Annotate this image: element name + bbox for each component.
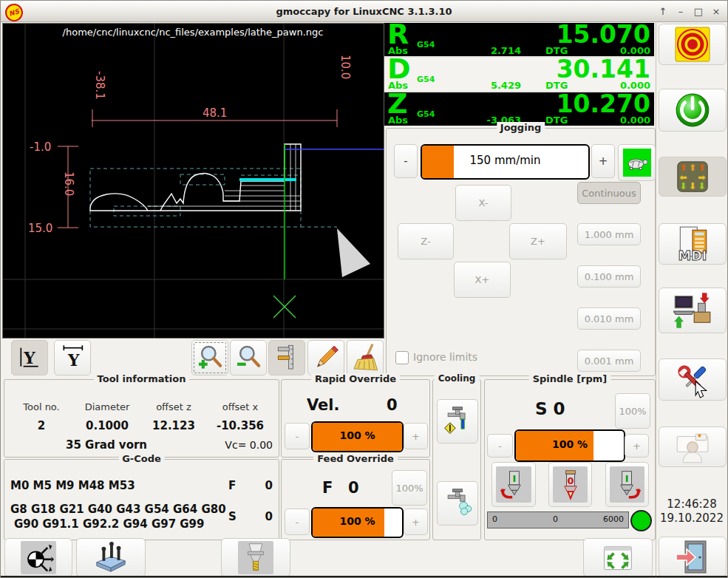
auto-mode-button[interactable] (659, 288, 727, 333)
block-height-button[interactable] (76, 538, 146, 577)
dim-label-bottom: 15.0 (28, 222, 52, 235)
jog-x-plus-button[interactable]: X+ (454, 262, 511, 298)
jog-increment-001mm-button[interactable]: 0.010 mm (577, 307, 641, 330)
measure-distance-button[interactable] (268, 340, 305, 375)
spindle-plus-button[interactable]: + (625, 434, 649, 458)
user-settings-button[interactable] (659, 426, 727, 467)
jog-increment-1mm-button[interactable]: 1.000 mm (577, 223, 641, 245)
spindle-ccw-button[interactable]: I (491, 462, 536, 507)
jog-speed-minus-button[interactable]: - (394, 144, 418, 178)
feed-override-bar[interactable]: 100 % (311, 507, 404, 538)
speed-value: 0 (265, 510, 273, 523)
gcode-preview[interactable]: -38.1 48.1 10.0 -1.0 16.0 15.0 (2, 23, 384, 339)
spindle-cw-button[interactable]: I (605, 462, 649, 507)
dro-row-x[interactable]: R G54 15.070 Abs 2.714 DTG 0.000 (384, 23, 654, 56)
jog-z-plus-button[interactable]: Z+ (509, 223, 567, 259)
speed-label: S (228, 510, 237, 523)
svg-text:I: I (625, 473, 628, 484)
feed-minus-button[interactable]: - (285, 509, 310, 535)
jog-x-minus-button[interactable]: X- (455, 185, 511, 221)
spindle-ccw-icon: I (497, 469, 530, 501)
spindle-range-max: 6000 (603, 514, 624, 524)
mist-coolant-button[interactable] (437, 481, 478, 526)
spindle-override-bar[interactable]: 100 % (514, 429, 625, 462)
manual-mode-button[interactable]: ⬆ ⬆ ⬆ ⬅ ➡ ⬇ ⬇ ⬇ (659, 157, 727, 197)
close-window-icon[interactable]: × (711, 6, 721, 17)
fullscreen-icon (602, 542, 634, 574)
spindle-reset-100-button[interactable]: 100% (615, 393, 650, 429)
zero-offsets-icon (23, 543, 54, 574)
tool-information-title: Tool information (94, 373, 190, 384)
preview-toolbar: Y Y (2, 339, 383, 375)
jog-z-minus-button[interactable]: Z- (398, 223, 454, 259)
diameter-value: 0.1000 (75, 419, 140, 432)
exit-button[interactable] (659, 537, 727, 577)
shade-window-icon[interactable]: ↑ (658, 6, 668, 17)
edit-gcode-button[interactable] (307, 340, 344, 375)
settings-button[interactable] (659, 358, 727, 401)
vel-value: 0 (387, 396, 398, 414)
flood-coolant-icon (441, 405, 474, 438)
rapid-override-title: Rapid Override (311, 373, 400, 384)
estop-button[interactable] (659, 24, 727, 65)
feed-plus-button[interactable]: + (404, 509, 428, 535)
flood-coolant-button[interactable] (437, 399, 478, 443)
caliper-icon (272, 343, 302, 373)
dro-panel: R G54 15.070 Abs 2.714 DTG 0.000 D G54 3… (384, 23, 654, 126)
feed-override-value: 100 % (313, 509, 402, 534)
dim-label-width: 48.1 (203, 106, 227, 120)
dro-row-d[interactable]: D G54 30.141 Abs 5.429 DTG 0.000 (384, 58, 654, 91)
machine-on-button[interactable] (659, 89, 727, 132)
feed-override-title: Feed Override (313, 453, 398, 464)
ignore-limits-checkbox[interactable] (395, 351, 409, 364)
jog-keypad-icon: ⬆ ⬆ ⬆ ⬅ ➡ ⬇ ⬇ ⬇ (676, 160, 710, 194)
svg-text:Y: Y (67, 351, 80, 370)
dro-row-z[interactable]: Z G54 10.270 Abs -3.063 DTG 0.000 (384, 92, 654, 126)
maximize-window-icon[interactable]: □ (693, 6, 704, 17)
touch-off-button[interactable] (4, 538, 72, 577)
jog-increment-01mm-button[interactable]: 0.100 mm (577, 265, 641, 288)
zoom-out-button[interactable] (230, 340, 267, 375)
dim-label-height: -38.1 (93, 71, 106, 100)
jog-speed-plus-button[interactable]: + (591, 144, 615, 178)
spindle-stop-icon: 0 (554, 469, 587, 501)
dim-label-top: -1.0 (30, 140, 51, 154)
feed-reset-100-button[interactable]: 100% (392, 470, 427, 506)
jog-speed-value: 150 mm/min (422, 146, 588, 175)
jog-increment-continuous-button[interactable]: Continuous (577, 182, 641, 204)
ignore-limits-label: Ignore limits (413, 351, 477, 363)
pencil-icon (311, 343, 341, 373)
clock-date: 19.10.2022 (656, 511, 727, 526)
dimension-y-top-button[interactable]: Y (54, 340, 91, 375)
zoom-in-button[interactable] (191, 340, 228, 375)
stock-outline (90, 169, 337, 227)
svg-text:⬇: ⬇ (698, 180, 705, 191)
feed-override-panel: Feed Override F 0 100% - 100 % + (281, 459, 430, 540)
turtle-jog-button[interactable] (618, 144, 656, 181)
rapid-plus-button[interactable]: + (404, 423, 428, 449)
rapid-minus-button[interactable]: - (285, 423, 310, 449)
tool-cone (337, 228, 370, 277)
loaded-file-path: /home/cnc/linuxcnc/nc_files/examples/lat… (63, 27, 324, 38)
zoom-in-icon (195, 343, 225, 373)
mdi-mode-button[interactable]: MDI (659, 223, 727, 265)
jog-speed-bar[interactable]: 150 mm/min (421, 144, 590, 180)
feed-override-current: 0 (348, 479, 359, 497)
tool-change-button[interactable] (221, 538, 290, 577)
jog-increment-0001mm-button[interactable]: 0.001 mm (577, 350, 641, 372)
clear-preview-button[interactable] (347, 340, 384, 375)
coord-system: G54 (417, 40, 435, 50)
svg-text:⬇: ⬇ (679, 180, 687, 191)
tool-description: 35 Grad vorn (47, 438, 166, 452)
spindle-range-min: 0 (492, 514, 497, 524)
offset-z-value: 12.123 (143, 419, 205, 432)
dimension-y-button[interactable]: Y (11, 340, 48, 375)
window-title: gmoccapy for LinuxCNC 3.1.3.10 (1, 6, 727, 17)
fullscreen-button[interactable] (583, 538, 653, 577)
spindle-stop-button[interactable]: 0 (548, 462, 592, 507)
spindle-minus-button[interactable]: - (487, 434, 513, 458)
computer-machine-icon (673, 291, 712, 330)
minimize-window-icon[interactable]: – (676, 6, 686, 17)
dim-label-mid: 16.0 (62, 171, 75, 196)
rapid-override-bar[interactable]: 100 % (311, 421, 404, 452)
